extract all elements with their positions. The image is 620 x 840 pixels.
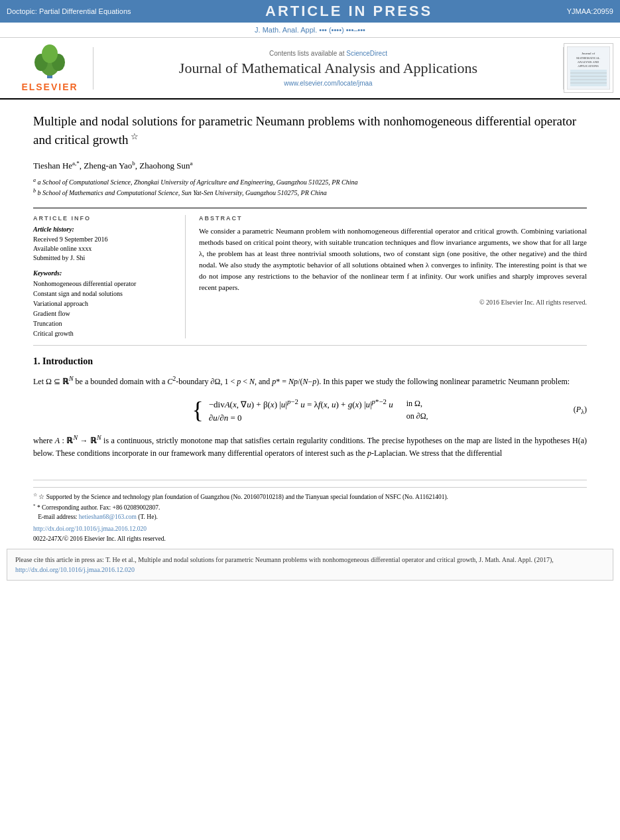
domain-partial-omega: on ∂Ω,: [406, 411, 428, 421]
article-title-text: Multiple and nodal solutions for paramet…: [33, 114, 576, 147]
keyword-4: Gradient flow: [33, 309, 176, 318]
copyright-line: © 2016 Elsevier Inc. All rights reserved…: [199, 299, 587, 306]
math-line-1: −divA(x, ∇u) + β(x) |u|p−2 u = λf(x, u) …: [209, 397, 393, 410]
keywords-block: Keywords: Nonhomogeneous differential op…: [33, 269, 176, 338]
sciencedirect-link[interactable]: ScienceDirect: [346, 50, 387, 57]
article-title: Multiple and nodal solutions for paramet…: [33, 113, 587, 149]
citation-text: Please cite this article in press as: T.…: [15, 556, 554, 563]
affil-b: b b School of Mathematics and Computatio…: [33, 187, 587, 198]
footnote-container: ☆ ☆ Supported by the Science and technol…: [0, 480, 620, 543]
email-person: (T. He).: [138, 514, 158, 520]
article-history-title: Article history:: [33, 226, 176, 233]
keyword-3: Variational approach: [33, 299, 176, 309]
abstract-text: We consider a parametric Neumann problem…: [199, 226, 587, 293]
abstract-title: ABSTRACT: [199, 215, 587, 222]
domain-omega: in Ω,: [406, 399, 428, 409]
article-info: ARTICLE INFO Article history: Received 9…: [33, 215, 186, 338]
svg-text:MATHEMATICAL: MATHEMATICAL: [576, 56, 600, 60]
top-banner: Doctopic: Partial Differential Equations…: [0, 0, 620, 23]
email-link[interactable]: hetieshan68@163.com: [79, 514, 137, 520]
email-footnote: E-mail address: hetieshan68@163.com (T. …: [33, 512, 587, 522]
journal-ref-line: J. Math. Anal. Appl. ••• (••••) •••–•••: [0, 23, 620, 38]
svg-text:ANALYSIS AND: ANALYSIS AND: [578, 60, 599, 64]
equation-Pa: { −divA(x, ∇u) + β(x) |u|p−2 u = λf(x, u…: [33, 397, 587, 423]
contents-line: Contents lists available at ScienceDirec…: [100, 50, 556, 57]
svg-rect-10: [570, 70, 607, 86]
affiliations: a a School of Computational Science, Zho…: [33, 176, 587, 198]
section-1-number: 1.: [33, 356, 40, 366]
math-line-2: ∂u/∂n = 0: [209, 413, 393, 423]
submitted-by: Submitted by J. Shi: [33, 253, 176, 263]
keywords-title: Keywords:: [33, 269, 176, 277]
equation-label: (Pλ): [574, 405, 587, 415]
svg-text:APPLICATIONS: APPLICATIONS: [578, 64, 599, 68]
authors-line: Tieshan Hea,*, Zheng-an Yaob, Zhaohong S…: [33, 160, 587, 171]
math-brace: {: [192, 398, 203, 422]
keyword-6: Critical growth: [33, 328, 176, 338]
svg-point-4: [42, 44, 58, 63]
elsevier-logo: ELSEVIER: [7, 44, 93, 92]
svg-text:Journal of: Journal of: [582, 52, 595, 55]
info-abstract-section: ARTICLE INFO Article history: Received 9…: [33, 208, 587, 346]
journal-ref-text: J. Math. Anal. Appl. ••• (••••) •••–•••: [255, 26, 365, 34]
corr-footnote: * * Corresponding author. Fax: +86 02089…: [33, 502, 587, 512]
star-footnote-symbol: ☆: [129, 131, 139, 141]
abstract-block: ABSTRACT We consider a parametric Neuman…: [199, 215, 587, 338]
keyword-2: Constant sign and nodal solutions: [33, 289, 176, 299]
yjmaa-id: YJMAA:20959: [567, 7, 613, 15]
journal-url[interactable]: www.elsevier.com/locate/jmaa: [100, 80, 556, 87]
intro-para-1: Let Ω ⊆ ℝN be a bounded domain with a C2…: [33, 374, 587, 388]
affil-a: a a School of Computational Science, Zho…: [33, 176, 587, 187]
footnote-area: ☆ ☆ Supported by the Science and technol…: [33, 487, 587, 543]
elsevier-text: ELSEVIER: [21, 82, 78, 92]
doi-line: http://dx.doi.org/10.1016/j.jmaa.2016.12…: [33, 524, 587, 533]
keyword-5: Truncation: [33, 318, 176, 328]
math-system: −divA(x, ∇u) + β(x) |u|p−2 u = λf(x, u) …: [209, 397, 393, 423]
issn-line: 0022-247X/© 2016 Elsevier Inc. All right…: [33, 534, 587, 543]
section-1-heading: Introduction: [42, 356, 93, 366]
journal-logo-image: Journal of MATHEMATICAL ANALYSIS AND APP…: [564, 43, 613, 93]
article-info-title: ARTICLE INFO: [33, 215, 176, 222]
star-footnote: ☆ ☆ Supported by the Science and technol…: [33, 492, 587, 502]
email-label: E-mail address:: [38, 514, 77, 520]
doctopic-label: Doctopic: Partial Differential Equations: [7, 7, 131, 15]
section-1-title: 1. Introduction: [33, 356, 587, 367]
article-in-press-label: ARTICLE IN PRESS: [265, 3, 432, 20]
journal-title-text: Journal of Mathematical Analysis and App…: [100, 60, 556, 77]
received-date: Received 9 September 2016: [33, 235, 176, 244]
contents-label: Contents lists available at: [269, 50, 344, 57]
intro-para-2: where A : ℝN → ℝN is a continuous, stric…: [33, 433, 587, 460]
citation-box: Please cite this article in press as: T.…: [7, 549, 613, 581]
journal-title-block: Contents lists available at ScienceDirec…: [93, 47, 564, 90]
available-date: Available online xxxx: [33, 244, 176, 253]
math-domains: in Ω, on ∂Ω,: [406, 399, 428, 421]
citation-link[interactable]: http://dx.doi.org/10.1016/j.jmaa.2016.12…: [15, 566, 135, 573]
main-content: Multiple and nodal solutions for paramet…: [0, 100, 620, 473]
journal-logo-svg: Journal of MATHEMATICAL ANALYSIS AND APP…: [567, 46, 610, 90]
journal-header: ELSEVIER Contents lists available at Sci…: [0, 38, 620, 100]
keyword-1: Nonhomogeneous differential operator: [33, 279, 176, 289]
doi-link[interactable]: http://dx.doi.org/10.1016/j.jmaa.2016.12…: [33, 525, 147, 532]
elsevier-tree-icon: [23, 44, 76, 80]
